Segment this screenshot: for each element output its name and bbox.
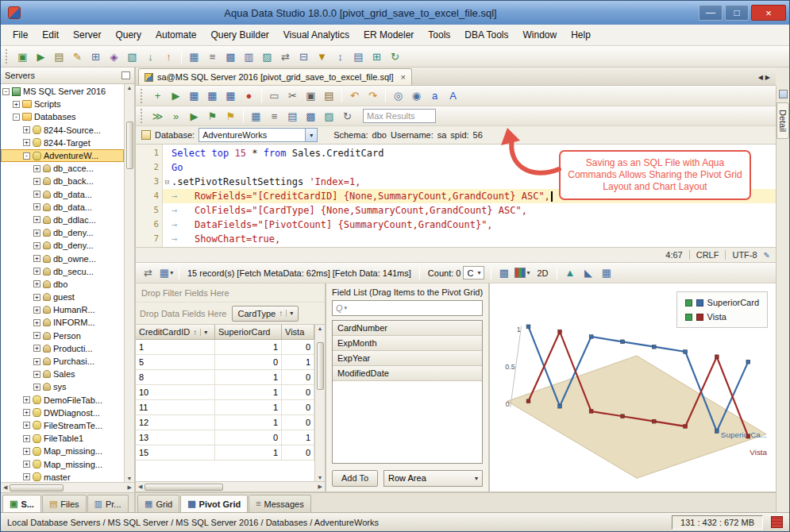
visual-analytics-icon[interactable]: ▧: [124, 48, 141, 65]
count-dropdown[interactable]: C ▾: [463, 266, 484, 279]
toolbar-grip[interactable]: [6, 49, 10, 64]
new-file-icon[interactable]: +: [149, 87, 166, 104]
dock-icon[interactable]: [121, 71, 130, 79]
menu-edit[interactable]: Edit: [35, 25, 66, 44]
tree-expander-icon[interactable]: +: [33, 178, 40, 185]
register-server-icon[interactable]: ▣: [14, 48, 31, 65]
results-grid-icon[interactable]: ▦: [186, 48, 202, 65]
scroll-left-icon[interactable]: ◀: [137, 484, 143, 490]
cut-icon[interactable]: ✂: [284, 87, 301, 104]
uppercase-icon[interactable]: A: [445, 87, 461, 104]
column-field-chip[interactable]: CardType ↑ ▾: [232, 306, 299, 322]
filter-drop-zone[interactable]: Drop Filter Fields Here: [136, 283, 325, 303]
tree-item-db-secu[interactable]: +db_secu...: [1, 265, 124, 278]
menu-visual-analytics[interactable]: Visual Analytics: [276, 25, 356, 44]
tree-horizontal-scrollbar[interactable]: ◀ ▶: [1, 482, 134, 492]
chart-toggle-icon[interactable]: ▨: [321, 108, 337, 125]
save-all-icon[interactable]: ▦: [222, 87, 239, 104]
tree-expander-icon[interactable]: +: [23, 473, 30, 480]
tree-item-map-missing[interactable]: +Map_missing...: [1, 457, 124, 470]
chart-save-icon[interactable]: ▦: [598, 264, 615, 281]
tree-item-db-deny[interactable]: +db_deny...: [1, 239, 124, 252]
tree-item-db-ddlac[interactable]: +db_ddlac...: [1, 214, 124, 226]
tab-close-icon[interactable]: ×: [401, 72, 406, 82]
tree-expander-icon[interactable]: +: [33, 268, 40, 275]
results-text-toggle-icon[interactable]: ≡: [266, 108, 283, 125]
data-drop-zone[interactable]: Drop Data Fields Here CardType ↑ ▾: [136, 303, 325, 325]
menu-server[interactable]: Server: [66, 25, 108, 44]
tree-expander-icon[interactable]: +: [23, 409, 30, 416]
tab-files[interactable]: ▤Files: [42, 495, 87, 512]
tab-messages[interactable]: ≡Messages: [249, 495, 311, 512]
tree-expander-icon[interactable]: +: [33, 306, 40, 314]
tree-expander-icon[interactable]: +: [33, 345, 40, 352]
toolbar-grip[interactable]: [141, 89, 145, 103]
results-grid-toggle-icon[interactable]: ▦: [248, 108, 264, 125]
grid-filter-icon[interactable]: ▼: [314, 48, 330, 65]
tree-expander-icon[interactable]: +: [33, 242, 40, 249]
pivot-vertical-scrollbar[interactable]: ▲ ▼: [314, 325, 325, 481]
lowercase-icon[interactable]: a: [426, 87, 443, 104]
field-list-item-expyear[interactable]: ExpYear: [333, 351, 482, 366]
menu-er-modeler[interactable]: ER Modeler: [356, 25, 421, 44]
tree-item-producti[interactable]: +Producti...: [1, 342, 124, 355]
tree-expander-icon[interactable]: +: [23, 396, 30, 403]
execute-icon[interactable]: ≫: [149, 108, 166, 125]
pivot-row[interactable]: 1010: [136, 385, 314, 400]
toolbar-grip[interactable]: [141, 109, 145, 123]
copy-icon[interactable]: ▣: [303, 87, 319, 104]
scroll-left-icon[interactable]: ◀: [2, 484, 8, 491]
tree-expander-icon[interactable]: +: [33, 371, 40, 378]
tree-item-db-back[interactable]: +db_back...: [1, 175, 124, 187]
sort-ascending-icon[interactable]: ↑: [279, 309, 283, 318]
palette-icon[interactable]: ▾: [514, 264, 530, 281]
scroll-thumb[interactable]: [317, 342, 324, 390]
pivot-row[interactable]: 1510: [136, 445, 314, 461]
tree-item-8244-target[interactable]: +8244-Target: [1, 137, 124, 149]
menu-automate[interactable]: Automate: [148, 25, 203, 44]
execute-explain-icon[interactable]: ▶: [186, 108, 202, 125]
tree-expander-icon[interactable]: +: [13, 101, 20, 108]
tree-expander-icon[interactable]: +: [33, 294, 40, 301]
code-line[interactable]: → ColFields="[CardType] {None,SummaryCou…: [163, 203, 776, 218]
menu-query-builder[interactable]: Query Builder: [203, 25, 276, 44]
chart-view-icon[interactable]: ▨: [259, 48, 276, 65]
query-builder-icon[interactable]: ⊞: [87, 48, 104, 65]
tree-item-sys[interactable]: +sys: [1, 380, 124, 393]
pivot-column-header-vista[interactable]: Vista: [282, 325, 314, 340]
code-line[interactable]: → ShowChart=true,: [163, 232, 776, 246]
run-file-icon[interactable]: ▶: [168, 87, 184, 104]
tree-item-inform[interactable]: +INFORM...: [1, 316, 124, 329]
tree-expander-icon[interactable]: +: [23, 461, 30, 468]
grid-view-select-icon[interactable]: ▦▾: [158, 264, 175, 281]
tree-item-demofiletab[interactable]: +DemoFileTab...: [1, 394, 124, 407]
tree-item-map-missing[interactable]: +Map_missing...: [1, 445, 124, 457]
tree-item-adventurew[interactable]: -AdventureW...: [1, 149, 124, 162]
tree-expander-icon[interactable]: +: [33, 280, 40, 287]
find-icon[interactable]: ◎: [390, 87, 407, 104]
flag-green-icon[interactable]: ⚑: [204, 108, 221, 125]
menu-query[interactable]: Query: [108, 25, 148, 44]
history-icon[interactable]: ↻: [339, 108, 356, 125]
pivot-column-header-superiorcard[interactable]: SuperiorCard: [215, 325, 282, 340]
tree-item-db-data[interactable]: +db_data...: [1, 201, 124, 214]
tree-expander-icon[interactable]: +: [33, 165, 40, 172]
chevron-down-icon[interactable]: ▾: [345, 305, 348, 311]
chart-mode-2d-toggle[interactable]: 2D: [537, 268, 548, 278]
tree-item-filetable1[interactable]: +FileTable1: [1, 432, 124, 445]
tree-item-filestreamte[interactable]: +FileStreamTe...: [1, 419, 124, 432]
scroll-thumb[interactable]: [145, 484, 223, 491]
tab-s[interactable]: ▣S...: [2, 495, 41, 512]
chart-axis-icon[interactable]: ◣: [580, 264, 596, 281]
code-line[interactable]: → DataFields="[PivotCount] {SummaryCount…: [163, 218, 776, 232]
minimize-button[interactable]: —: [699, 5, 723, 21]
chevron-down-icon[interactable]: ▾: [305, 129, 317, 141]
chevron-down-icon[interactable]: ▾: [286, 310, 293, 317]
database-select[interactable]: AdventureWorks ▾: [198, 128, 318, 142]
pivot-row[interactable]: 1110: [136, 400, 314, 415]
paste-icon[interactable]: ▤: [321, 87, 337, 104]
er-modeler-icon[interactable]: ◈: [106, 48, 122, 65]
pivot-grid-icon[interactable]: ▩: [222, 48, 239, 65]
field-search-input[interactable]: [349, 302, 479, 314]
tree-expander-icon[interactable]: +: [33, 332, 40, 339]
